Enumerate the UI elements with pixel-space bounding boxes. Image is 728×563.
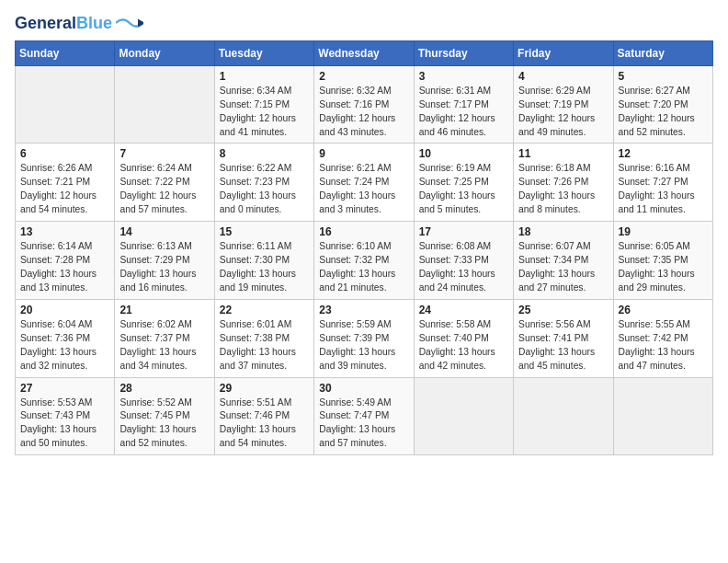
calendar-cell: 2Sunrise: 6:32 AMSunset: 7:16 PMDaylight… bbox=[314, 65, 414, 144]
calendar-table: SundayMondayTuesdayWednesdayThursdayFrid… bbox=[15, 40, 713, 455]
calendar-cell bbox=[115, 65, 214, 144]
calendar-cell: 9Sunrise: 6:21 AMSunset: 7:24 PMDaylight… bbox=[314, 144, 414, 222]
day-detail: Sunrise: 6:32 AMSunset: 7:16 PMDaylight:… bbox=[319, 85, 408, 140]
weekday-header-monday: Monday bbox=[115, 40, 214, 65]
logo-text: GeneralBlue bbox=[15, 15, 112, 33]
day-detail: Sunrise: 6:14 AMSunset: 7:28 PMDaylight:… bbox=[20, 240, 109, 295]
calendar-cell: 27Sunrise: 5:53 AMSunset: 7:43 PMDayligh… bbox=[16, 377, 115, 455]
day-detail: Sunrise: 5:51 AMSunset: 7:46 PMDaylight:… bbox=[220, 396, 309, 452]
calendar-cell: 19Sunrise: 6:05 AMSunset: 7:35 PMDayligh… bbox=[613, 222, 712, 300]
calendar-cell bbox=[414, 377, 513, 455]
calendar-cell: 6Sunrise: 6:26 AMSunset: 7:21 PMDaylight… bbox=[16, 144, 115, 222]
day-number: 1 bbox=[220, 70, 309, 83]
calendar-cell: 12Sunrise: 6:16 AMSunset: 7:27 PMDayligh… bbox=[613, 144, 712, 222]
logo: GeneralBlue bbox=[15, 15, 143, 33]
calendar-header: SundayMondayTuesdayWednesdayThursdayFrid… bbox=[16, 40, 713, 65]
calendar-cell: 23Sunrise: 5:59 AMSunset: 7:39 PMDayligh… bbox=[314, 299, 414, 377]
calendar-cell: 4Sunrise: 6:29 AMSunset: 7:19 PMDaylight… bbox=[514, 65, 613, 144]
day-number: 3 bbox=[419, 70, 508, 83]
day-detail: Sunrise: 5:52 AMSunset: 7:45 PMDaylight:… bbox=[119, 396, 209, 452]
day-number: 6 bbox=[20, 147, 109, 160]
day-detail: Sunrise: 6:01 AMSunset: 7:38 PMDaylight:… bbox=[220, 318, 309, 373]
day-detail: Sunrise: 6:24 AMSunset: 7:22 PMDaylight:… bbox=[119, 162, 209, 217]
day-detail: Sunrise: 5:58 AMSunset: 7:40 PMDaylight:… bbox=[419, 318, 508, 373]
day-number: 11 bbox=[518, 147, 608, 160]
day-number: 17 bbox=[419, 225, 508, 238]
day-detail: Sunrise: 5:49 AMSunset: 7:47 PMDaylight:… bbox=[319, 396, 408, 452]
day-detail: Sunrise: 6:07 AMSunset: 7:34 PMDaylight:… bbox=[518, 240, 608, 295]
day-number: 19 bbox=[619, 225, 708, 238]
calendar-cell: 14Sunrise: 6:13 AMSunset: 7:29 PMDayligh… bbox=[115, 222, 214, 300]
calendar-cell bbox=[514, 377, 613, 455]
day-detail: Sunrise: 6:21 AMSunset: 7:24 PMDaylight:… bbox=[319, 162, 408, 217]
calendar-week-row: 20Sunrise: 6:04 AMSunset: 7:36 PMDayligh… bbox=[16, 299, 713, 377]
day-detail: Sunrise: 6:02 AMSunset: 7:37 PMDaylight:… bbox=[119, 318, 209, 373]
calendar-cell: 11Sunrise: 6:18 AMSunset: 7:26 PMDayligh… bbox=[514, 144, 613, 222]
day-number: 5 bbox=[619, 70, 708, 83]
day-detail: Sunrise: 6:11 AMSunset: 7:30 PMDaylight:… bbox=[220, 240, 309, 295]
weekday-header-tuesday: Tuesday bbox=[214, 40, 313, 65]
day-detail: Sunrise: 5:59 AMSunset: 7:39 PMDaylight:… bbox=[319, 318, 408, 373]
day-number: 18 bbox=[518, 225, 608, 238]
day-number: 2 bbox=[319, 70, 408, 83]
calendar-cell: 15Sunrise: 6:11 AMSunset: 7:30 PMDayligh… bbox=[214, 222, 313, 300]
calendar-cell: 25Sunrise: 5:56 AMSunset: 7:41 PMDayligh… bbox=[514, 299, 613, 377]
calendar-cell: 1Sunrise: 6:34 AMSunset: 7:15 PMDaylight… bbox=[214, 65, 313, 144]
day-detail: Sunrise: 6:10 AMSunset: 7:32 PMDaylight:… bbox=[319, 240, 408, 295]
calendar-cell: 26Sunrise: 5:55 AMSunset: 7:42 PMDayligh… bbox=[613, 299, 712, 377]
day-number: 8 bbox=[220, 147, 309, 160]
calendar-cell: 16Sunrise: 6:10 AMSunset: 7:32 PMDayligh… bbox=[314, 222, 414, 300]
day-detail: Sunrise: 6:19 AMSunset: 7:25 PMDaylight:… bbox=[419, 162, 508, 217]
day-number: 7 bbox=[119, 147, 209, 160]
day-number: 20 bbox=[20, 304, 109, 316]
day-detail: Sunrise: 5:56 AMSunset: 7:41 PMDaylight:… bbox=[518, 318, 608, 373]
weekday-header-thursday: Thursday bbox=[414, 40, 513, 65]
weekday-header-friday: Friday bbox=[514, 40, 613, 65]
day-detail: Sunrise: 6:18 AMSunset: 7:26 PMDaylight:… bbox=[518, 162, 608, 217]
day-number: 13 bbox=[20, 225, 109, 238]
calendar-cell: 30Sunrise: 5:49 AMSunset: 7:47 PMDayligh… bbox=[314, 377, 414, 455]
page-header: GeneralBlue bbox=[15, 15, 713, 33]
calendar-cell bbox=[613, 377, 712, 455]
day-detail: Sunrise: 6:13 AMSunset: 7:29 PMDaylight:… bbox=[119, 240, 209, 295]
calendar-week-row: 13Sunrise: 6:14 AMSunset: 7:28 PMDayligh… bbox=[16, 222, 713, 300]
calendar-cell: 17Sunrise: 6:08 AMSunset: 7:33 PMDayligh… bbox=[414, 222, 513, 300]
day-number: 26 bbox=[619, 304, 708, 316]
calendar-week-row: 6Sunrise: 6:26 AMSunset: 7:21 PMDaylight… bbox=[16, 144, 713, 222]
day-detail: Sunrise: 6:31 AMSunset: 7:17 PMDaylight:… bbox=[419, 85, 508, 140]
day-number: 22 bbox=[220, 304, 309, 316]
calendar-cell: 5Sunrise: 6:27 AMSunset: 7:20 PMDaylight… bbox=[613, 65, 712, 144]
day-detail: Sunrise: 6:27 AMSunset: 7:20 PMDaylight:… bbox=[619, 85, 708, 140]
calendar-week-row: 1Sunrise: 6:34 AMSunset: 7:15 PMDaylight… bbox=[16, 65, 713, 144]
day-number: 29 bbox=[220, 382, 309, 395]
day-number: 21 bbox=[119, 304, 209, 316]
day-detail: Sunrise: 6:04 AMSunset: 7:36 PMDaylight:… bbox=[20, 318, 109, 373]
weekday-header-saturday: Saturday bbox=[613, 40, 712, 65]
day-number: 15 bbox=[220, 225, 309, 238]
weekday-header-wednesday: Wednesday bbox=[314, 40, 414, 65]
weekday-header-sunday: Sunday bbox=[16, 40, 115, 65]
day-number: 4 bbox=[518, 70, 608, 83]
day-number: 23 bbox=[319, 304, 408, 316]
calendar-cell bbox=[16, 65, 115, 144]
calendar-cell: 8Sunrise: 6:22 AMSunset: 7:23 PMDaylight… bbox=[214, 144, 313, 222]
calendar-cell: 28Sunrise: 5:52 AMSunset: 7:45 PMDayligh… bbox=[115, 377, 214, 455]
day-detail: Sunrise: 6:22 AMSunset: 7:23 PMDaylight:… bbox=[220, 162, 309, 217]
calendar-cell: 21Sunrise: 6:02 AMSunset: 7:37 PMDayligh… bbox=[115, 299, 214, 377]
day-number: 12 bbox=[619, 147, 708, 160]
day-detail: Sunrise: 6:34 AMSunset: 7:15 PMDaylight:… bbox=[220, 85, 309, 140]
day-detail: Sunrise: 6:08 AMSunset: 7:33 PMDaylight:… bbox=[419, 240, 508, 295]
day-number: 28 bbox=[119, 382, 209, 395]
day-detail: Sunrise: 6:29 AMSunset: 7:19 PMDaylight:… bbox=[518, 85, 608, 140]
logo-blue: Blue bbox=[76, 14, 112, 32]
calendar-cell: 20Sunrise: 6:04 AMSunset: 7:36 PMDayligh… bbox=[16, 299, 115, 377]
logo-wave-icon bbox=[116, 15, 143, 31]
calendar-cell: 7Sunrise: 6:24 AMSunset: 7:22 PMDaylight… bbox=[115, 144, 214, 222]
day-number: 14 bbox=[119, 225, 209, 238]
calendar-week-row: 27Sunrise: 5:53 AMSunset: 7:43 PMDayligh… bbox=[16, 377, 713, 455]
day-number: 30 bbox=[319, 382, 408, 395]
day-number: 27 bbox=[20, 382, 109, 395]
calendar-cell: 3Sunrise: 6:31 AMSunset: 7:17 PMDaylight… bbox=[414, 65, 513, 144]
day-number: 16 bbox=[319, 225, 408, 238]
day-detail: Sunrise: 5:53 AMSunset: 7:43 PMDaylight:… bbox=[20, 396, 109, 452]
